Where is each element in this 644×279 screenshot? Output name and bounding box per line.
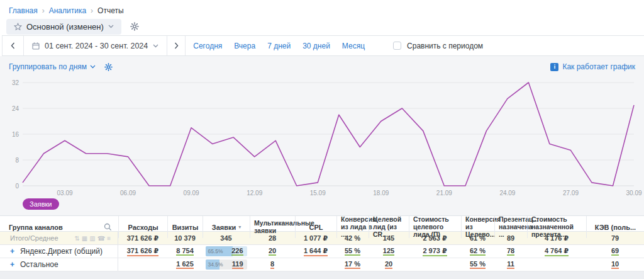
table-cell: 69 [586, 245, 644, 258]
metric-value-link[interactable]: 20 [385, 260, 392, 269]
sort-desc-icon: ▾ [238, 224, 241, 230]
y-axis-label: 16 [12, 131, 19, 138]
how-chart-works-link[interactable]: Как работает график [562, 62, 635, 71]
metric-value: 2 563 ₽ [423, 234, 447, 242]
metric-value-link[interactable]: 226 [231, 247, 243, 256]
metric-value-link[interactable]: 1 644 ₽ [304, 247, 328, 256]
chart-icon[interactable]: ▥ [89, 235, 97, 242]
x-axis-label: 24.09 [499, 190, 515, 196]
prev-period-button[interactable] [2, 36, 24, 55]
metric-value-link[interactable]: 4 764 ₽ [545, 247, 569, 256]
preset-month[interactable]: Месяц [342, 42, 365, 50]
table-cell: 34.5%119 [203, 258, 250, 271]
group-by-dropdown[interactable]: Группировать по дням [9, 62, 96, 71]
applications-share-bar[interactable]: 65.5%226 [206, 246, 247, 256]
search-icon[interactable] [104, 223, 112, 231]
y-axis-label: 8 [15, 157, 19, 164]
metric-value-link[interactable]: 78 [507, 247, 514, 256]
next-period-button[interactable] [167, 36, 186, 55]
table-row: +Остальное1 62534.5%119817 %2055 %1110 [0, 258, 644, 271]
metric-value-link[interactable]: 69 [611, 247, 619, 256]
metric-value-link[interactable]: 119 [232, 260, 243, 269]
table-cell: 20 [369, 258, 409, 271]
metric-value-link[interactable]: 125 [383, 247, 394, 256]
x-axis-label: 15.09 [310, 190, 326, 196]
list-icon[interactable]: ≡ [107, 235, 113, 242]
chart-settings-gear-icon[interactable] [104, 63, 113, 71]
x-axis-label: 09.09 [184, 190, 199, 196]
preset-7-days[interactable]: 7 дней [267, 42, 291, 50]
report-settings-gear-icon[interactable] [130, 22, 139, 31]
phone-icon[interactable]: ☎ [97, 235, 107, 242]
metric-value: 61 % [470, 234, 486, 242]
applications-share-bar[interactable]: 34.5%119 [206, 259, 247, 270]
metric-value: 345 [220, 234, 231, 242]
breadcrumb-current-reports: Отчеты [97, 6, 123, 15]
table-cell: 78 [494, 245, 527, 258]
compare-checkbox[interactable] [393, 42, 401, 50]
table-cell [527, 258, 586, 271]
star-icon [14, 23, 22, 31]
table-cell: 62 % [461, 245, 494, 258]
applications-chart[interactable]: 0816243203.0906.0909.0912.0915.0918.0921… [0, 74, 644, 197]
table-cell: 61 % [461, 232, 494, 244]
date-range-picker[interactable]: 01 сент. 2024 - 30 сент. 2024 [24, 36, 167, 55]
table-footer [0, 271, 644, 279]
metric-value-link[interactable]: 20 [269, 247, 276, 256]
breadcrumb-link-analytics[interactable]: Аналитика [49, 6, 86, 15]
columns-icon[interactable]: ▦ [82, 235, 89, 242]
compare-with-period[interactable]: Сравнить с периодом [393, 42, 483, 50]
breadcrumb: Главная › Аналитика › Отчеты [0, 0, 644, 18]
channel-group-cell[interactable]: +Яндекс.Директ (общий) [0, 245, 118, 258]
chart-legend: Заявки [0, 197, 644, 210]
table-header: Группа каналов Расходы Визиты Заявки ▾ М… [0, 215, 644, 232]
chevron-down-icon [153, 44, 158, 48]
table-cell: 2 563 ₽ [409, 232, 461, 244]
metric-value: 89 [507, 234, 514, 242]
report-selector[interactable]: Основной (изменен) [6, 19, 121, 35]
x-axis-label: 06.09 [120, 190, 136, 196]
table-cell: 11 [494, 258, 527, 271]
metric-value-link[interactable]: 2 973 ₽ [423, 247, 447, 256]
table-cell: 1 644 ₽ [295, 245, 336, 258]
x-axis-label: 27.09 [563, 190, 579, 196]
channel-group-cell[interactable]: +Остальное [0, 258, 118, 271]
chart-section: Группировать по дням Как работает график [0, 56, 644, 215]
metric-value-link[interactable]: 62 % [470, 247, 486, 256]
table-cell: 79 [586, 232, 644, 244]
metric-value-link[interactable]: 10 [611, 260, 619, 269]
table-cell: 17 % [336, 258, 369, 271]
share-percent-label: 34.5% [208, 261, 223, 268]
table-cell: 371 626 ₽ [118, 245, 167, 258]
metric-value-link[interactable]: 8 754 [176, 247, 194, 256]
table-body: Итого/Среднее⇅▦▥☎≡371 626 ₽10 379345281 … [0, 232, 644, 271]
table-cell: 55 % [461, 258, 494, 271]
table-cell: 125 [369, 245, 409, 258]
y-axis-label: 0 [15, 183, 19, 190]
preset-today[interactable]: Сегодня [193, 42, 222, 50]
preset-yesterday[interactable]: Вчера [234, 42, 255, 50]
metric-value-link[interactable]: 11 [507, 260, 514, 269]
expand-plus-icon[interactable]: + [10, 261, 14, 268]
breadcrumb-separator-icon: › [42, 6, 45, 15]
metric-value: 4 176 ₽ [545, 234, 569, 242]
table-cell: 4 176 ₽ [527, 232, 586, 244]
chevron-down-icon [108, 25, 114, 28]
metric-value-link[interactable]: 371 626 ₽ [127, 247, 158, 256]
chart-controls: Группировать по дням Как работает график [0, 60, 644, 74]
legend-badge-applications[interactable]: Заявки [23, 198, 59, 210]
metric-value-link[interactable]: 55 % [345, 247, 360, 256]
expand-plus-icon[interactable]: + [10, 248, 14, 255]
preset-30-days[interactable]: 30 дней [303, 42, 330, 50]
breadcrumb-link-home[interactable]: Главная [9, 6, 38, 15]
channel-group-label: Яндекс.Директ (общий) [20, 247, 103, 256]
table-row: +Яндекс.Директ (общий)371 626 ₽8 75465.5… [0, 245, 644, 258]
sort-icon[interactable]: ⇅ [74, 235, 81, 242]
metric-value-link[interactable]: 1 625 [176, 260, 194, 269]
metric-value-link[interactable]: 17 % [345, 260, 360, 269]
metric-value-link[interactable]: 8 [270, 260, 274, 269]
table-cell [295, 258, 336, 271]
metric-value-link[interactable]: 55 % [470, 260, 486, 269]
compare-label: Сравнить с периодом [407, 42, 483, 50]
metric-value: 145 [383, 234, 394, 242]
